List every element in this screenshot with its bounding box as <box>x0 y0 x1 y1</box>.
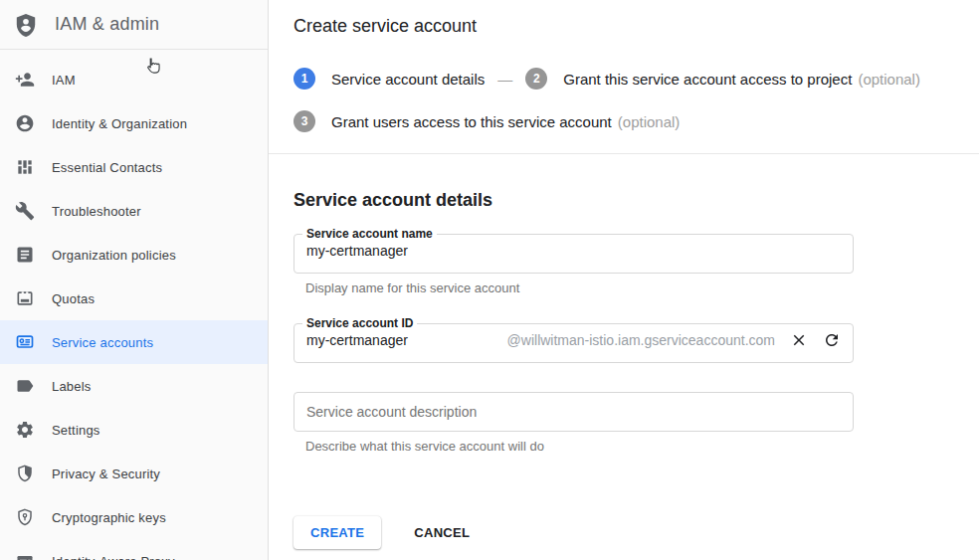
sidebar: IAM & admin IAMIdentity & OrganizationEs… <box>0 0 269 560</box>
gear-icon <box>15 420 35 440</box>
service-account-id-suffix: @willwitman-istio.iam.gserviceaccount.co… <box>507 332 775 348</box>
step-1-label: Service account details <box>331 71 485 88</box>
sidebar-item-essential-contacts[interactable]: Essential Contacts <box>0 145 268 189</box>
account-circle-icon <box>15 113 35 133</box>
sidebar-item-label: Labels <box>52 379 92 394</box>
create-button[interactable]: CREATE <box>294 516 381 549</box>
step-1[interactable]: 1 Service account details <box>294 68 485 90</box>
sidebar-title: IAM & admin <box>55 14 159 35</box>
policy-document-icon <box>15 245 35 265</box>
sidebar-item-privacy-security[interactable]: Privacy & Security <box>0 452 268 495</box>
shield-key-icon <box>15 507 35 527</box>
sidebar-item-label: Troubleshooter <box>52 204 141 219</box>
sidebar-item-label: Identity-Aware Proxy <box>52 554 175 560</box>
sidebar-item-service-accounts[interactable]: Service accounts <box>0 320 268 364</box>
description-helper-text: Describe what this service account will … <box>305 439 854 454</box>
service-account-icon <box>15 332 35 352</box>
step-connector: — <box>497 71 512 88</box>
step-3-circle: 3 <box>294 110 315 132</box>
sidebar-item-label: Quotas <box>52 291 95 306</box>
step-2-label: Grant this service account access to pro… <box>563 71 852 88</box>
service-account-name-label: Service account name <box>302 227 437 241</box>
sidebar-item-label: Essential Contacts <box>52 160 162 175</box>
sidebar-item-label: Identity & Organization <box>52 116 187 131</box>
wrench-icon <box>15 201 35 221</box>
service-account-description-field <box>294 392 854 432</box>
step-3[interactable]: 3 Grant users access to this service acc… <box>294 110 680 132</box>
sidebar-nav: IAMIdentity & OrganizationEssential Cont… <box>0 50 268 560</box>
sidebar-item-label: Settings <box>52 423 100 438</box>
sidebar-item-identity-aware-proxy[interactable]: Identity-Aware Proxy <box>0 539 268 560</box>
step-3-optional: (optional) <box>618 113 681 130</box>
sidebar-item-label: Cryptographic keys <box>52 510 166 525</box>
service-account-description-input[interactable] <box>306 402 841 422</box>
sidebar-item-troubleshooter[interactable]: Troubleshooter <box>0 189 268 233</box>
page-title: Create service account <box>294 16 477 37</box>
step-3-label: Grant users access to this service accou… <box>331 113 612 130</box>
step-2-optional: (optional) <box>858 71 920 88</box>
iam-admin-shield-icon <box>13 12 39 38</box>
step-2[interactable]: 2 Grant this service account access to p… <box>525 68 920 90</box>
service-account-id-field: Service account ID @willwitman-istio.iam… <box>294 316 854 363</box>
service-account-form: Service account details Service account … <box>269 190 854 549</box>
service-account-name-input[interactable] <box>306 241 841 261</box>
close-x-icon[interactable] <box>790 331 808 349</box>
sidebar-item-iam[interactable]: IAM <box>0 58 268 101</box>
main-content: Create service account 1 Service account… <box>269 0 979 560</box>
sidebar-item-organization-policies[interactable]: Organization policies <box>0 233 268 277</box>
sidebar-item-identity-organization[interactable]: Identity & Organization <box>0 101 268 145</box>
section-title: Service account details <box>294 190 854 211</box>
contacts-bars-icon <box>15 157 35 177</box>
shield-half-icon <box>15 464 35 483</box>
sidebar-item-label: Organization policies <box>52 248 176 263</box>
sidebar-item-settings[interactable]: Settings <box>0 408 268 452</box>
sidebar-item-labels[interactable]: Labels <box>0 364 268 408</box>
proxy-icon <box>15 551 35 560</box>
sidebar-item-label: Privacy & Security <box>52 467 160 481</box>
step-2-circle: 2 <box>525 68 547 90</box>
label-tag-icon <box>15 376 35 396</box>
name-helper-text: Display name for this service account <box>305 280 854 295</box>
person-add-icon <box>15 70 35 90</box>
sidebar-item-label: Service accounts <box>52 335 153 350</box>
sidebar-item-quotas[interactable]: Quotas <box>0 277 268 320</box>
form-actions: CREATE CANCEL <box>294 516 854 549</box>
refresh-icon[interactable] <box>823 331 841 349</box>
quotas-frame-icon <box>15 288 35 308</box>
service-account-id-input[interactable] <box>306 330 495 350</box>
step-1-circle: 1 <box>294 68 315 90</box>
main-header: Create service account <box>269 0 979 52</box>
stepper: 1 Service account details — 2 Grant this… <box>269 52 979 132</box>
sidebar-header: IAM & admin <box>0 0 268 50</box>
service-account-id-label: Service account ID <box>302 316 417 330</box>
divider <box>269 153 979 154</box>
sidebar-item-label: IAM <box>52 73 76 88</box>
cancel-button[interactable]: CANCEL <box>408 524 476 541</box>
service-account-name-field: Service account name <box>294 227 854 274</box>
sidebar-item-cryptographic-keys[interactable]: Cryptographic keys <box>0 495 268 539</box>
